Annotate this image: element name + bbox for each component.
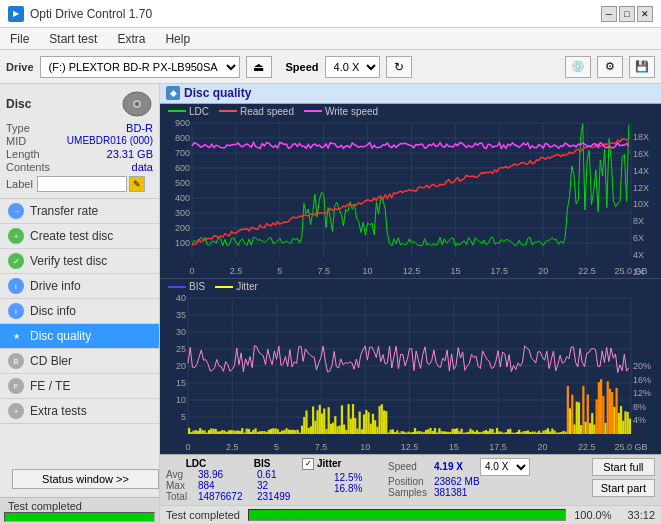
disc-quality-icon: ★: [8, 328, 24, 344]
save-button[interactable]: 💾: [629, 56, 655, 78]
bottom-progress-label: 100.0%: [574, 509, 611, 521]
mid-label: MID: [6, 135, 26, 147]
bis-legend-color: [168, 286, 186, 288]
menubar: File Start test Extra Help: [0, 28, 661, 50]
read-speed-legend-color: [219, 110, 237, 112]
menu-start-test[interactable]: Start test: [43, 30, 103, 48]
content-area: ◆ Disc quality LDC Read speed: [160, 84, 661, 524]
sidebar-bottom: Status window >> Test completed: [0, 461, 159, 524]
top-legend: LDC Read speed Write speed: [160, 104, 661, 119]
sidebar-item-disc-info[interactable]: i Disc info: [0, 299, 159, 324]
avg-jitter: 12.5%: [334, 472, 374, 483]
fe-te-icon: F: [8, 378, 24, 394]
samples-value: 381381: [434, 487, 489, 498]
sidebar-item-cd-bler[interactable]: B CD Bler: [0, 349, 159, 374]
speed-label: Speed: [286, 61, 319, 73]
sidebar-status-text: Test completed: [4, 498, 86, 514]
disc-panel: Disc Type BD-R MID UMEBDR016 (000) Leng: [0, 84, 159, 199]
speed-select[interactable]: 4.0 X: [325, 56, 380, 78]
ldc-header: LDC: [166, 458, 226, 469]
bottom-progress-bg: [248, 509, 566, 521]
max-jitter: 16.8%: [334, 483, 374, 494]
write-speed-legend-color: [304, 110, 322, 112]
quality-header: ◆ Disc quality: [160, 84, 661, 104]
sidebar-item-drive-info[interactable]: i Drive info: [0, 274, 159, 299]
disc-info-icon: i: [8, 303, 24, 319]
sidebar-progress-fill: [5, 513, 154, 521]
status-window-button[interactable]: Status window >>: [12, 469, 159, 489]
write-speed-legend-label: Write speed: [325, 106, 378, 117]
main-area: Disc Type BD-R MID UMEBDR016 (000) Leng: [0, 84, 661, 524]
sidebar-item-disc-quality[interactable]: ★ Disc quality: [0, 324, 159, 349]
read-speed-legend-label: Read speed: [240, 106, 294, 117]
titlebar: ▶ Opti Drive Control 1.70 ─ □ ✕: [0, 0, 661, 28]
settings-button[interactable]: ⚙: [597, 56, 623, 78]
length-value: 23.31 GB: [107, 148, 153, 160]
drive-select[interactable]: (F:) PLEXTOR BD-R PX-LB950SA 1.06: [40, 56, 240, 78]
speed-key: Speed: [388, 461, 428, 472]
start-full-button[interactable]: Start full: [592, 458, 655, 476]
drive-info-icon: i: [8, 278, 24, 294]
titlebar-left: ▶ Opti Drive Control 1.70: [8, 6, 152, 22]
position-value: 23862 MB: [434, 476, 489, 487]
maximize-button[interactable]: □: [619, 6, 635, 22]
speed-dropdown[interactable]: 4.0 X: [480, 458, 530, 476]
bottom-chart-canvas: [160, 294, 661, 454]
refresh-button[interactable]: ↻: [386, 56, 412, 78]
total-bis: 231499: [257, 491, 292, 502]
sidebar-item-transfer-rate[interactable]: → Transfer rate: [0, 199, 159, 224]
menu-file[interactable]: File: [4, 30, 35, 48]
ldc-legend-color: [168, 110, 186, 112]
disc-title: Disc: [6, 97, 31, 111]
titlebar-controls: ─ □ ✕: [601, 6, 653, 22]
length-label: Length: [6, 148, 40, 160]
total-label: Total: [166, 491, 194, 502]
sidebar-item-verify-test-disc[interactable]: ✓ Verify test disc: [0, 249, 159, 274]
jitter-checkbox[interactable]: ✓: [302, 458, 314, 470]
contents-label: Contents: [6, 161, 50, 173]
extra-tests-icon: +: [8, 403, 24, 419]
verify-test-icon: ✓: [8, 253, 24, 269]
titlebar-title: Opti Drive Control 1.70: [30, 7, 152, 21]
menu-help[interactable]: Help: [159, 30, 196, 48]
type-label: Type: [6, 122, 30, 134]
bottom-time: 33:12: [627, 509, 655, 521]
sidebar-item-extra-tests[interactable]: + Extra tests: [0, 399, 159, 424]
app-icon: ▶: [8, 6, 24, 22]
sidebar-item-create-test-disc[interactable]: + Create test disc: [0, 224, 159, 249]
nav-items: → Transfer rate + Create test disc ✓ Ver…: [0, 199, 159, 424]
bottom-progress-fill: [249, 510, 565, 520]
avg-label: Avg: [166, 469, 194, 480]
minimize-button[interactable]: ─: [601, 6, 617, 22]
samples-key: Samples: [388, 487, 428, 498]
drive-label: Drive: [6, 61, 34, 73]
drive-toolbar: Drive (F:) PLEXTOR BD-R PX-LB950SA 1.06 …: [0, 50, 661, 84]
sidebar-item-fe-te[interactable]: F FE / TE: [0, 374, 159, 399]
jitter-legend-label: Jitter: [236, 281, 258, 292]
label-edit-button[interactable]: ✎: [129, 176, 145, 192]
start-part-button[interactable]: Start part: [592, 479, 655, 497]
jitter-legend-color: [215, 286, 233, 288]
contents-value: data: [132, 161, 153, 173]
jitter-header: Jitter: [317, 458, 341, 469]
avg-bis: 0.61: [257, 469, 292, 480]
speed-value: 4.19 X: [434, 461, 474, 472]
position-key: Position: [388, 476, 428, 487]
menu-extra[interactable]: Extra: [111, 30, 151, 48]
action-buttons: Start full Start part: [592, 458, 655, 497]
stats-area: LDC BIS Avg 38.96 0.61 Max 884 32 Total …: [160, 454, 661, 505]
avg-ldc: 38.96: [198, 469, 253, 480]
jitter-stats: ✓ Jitter Avg 12.5% Max 16.8%: [302, 458, 374, 494]
eject-button[interactable]: ⏏: [246, 56, 272, 78]
disc-icon-button[interactable]: 💿: [565, 56, 591, 78]
cd-bler-icon: B: [8, 353, 24, 369]
bottom-chart: BIS Jitter: [160, 278, 661, 454]
quality-icon: ◆: [166, 86, 180, 100]
ldc-bis-stats: LDC BIS Avg 38.96 0.61 Max 884 32 Total …: [166, 458, 292, 502]
speed-pos-stats: Speed 4.19 X 4.0 X Position 23862 MB Sam…: [388, 458, 530, 498]
label-input[interactable]: [37, 176, 127, 192]
max-ldc: 884: [198, 480, 253, 491]
close-button[interactable]: ✕: [637, 6, 653, 22]
type-value: BD-R: [126, 122, 153, 134]
charts-area: LDC Read speed Write speed: [160, 104, 661, 454]
